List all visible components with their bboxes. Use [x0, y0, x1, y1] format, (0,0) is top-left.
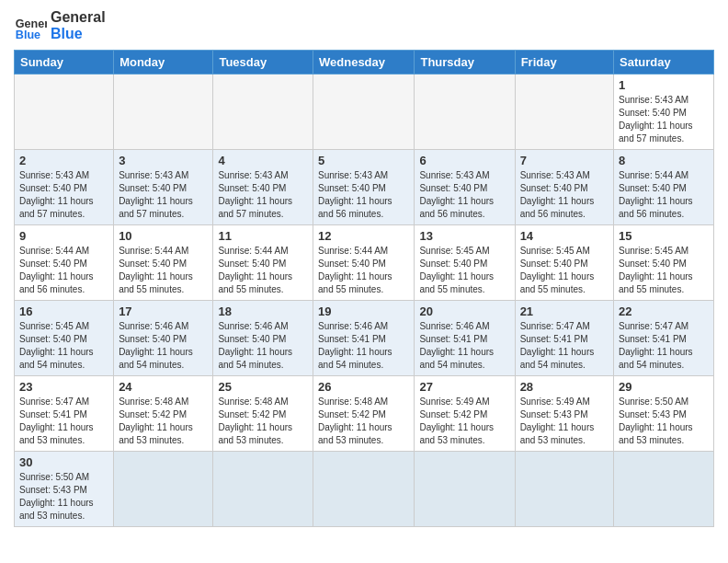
calendar-cell: 27Sunrise: 5:49 AM Sunset: 5:42 PM Dayli… — [415, 376, 515, 452]
day-info: Sunrise: 5:44 AM Sunset: 5:40 PM Dayligh… — [619, 169, 709, 221]
day-number: 11 — [218, 229, 308, 243]
day-number: 3 — [119, 154, 208, 167]
day-info: Sunrise: 5:47 AM Sunset: 5:41 PM Dayligh… — [520, 320, 609, 372]
day-number: 23 — [19, 380, 108, 394]
day-info: Sunrise: 5:46 AM Sunset: 5:40 PM Dayligh… — [218, 320, 308, 372]
logo: General Blue General Blue — [14, 9, 106, 42]
calendar-cell: 8Sunrise: 5:44 AM Sunset: 5:40 PM Daylig… — [614, 150, 714, 225]
calendar-cell: 21Sunrise: 5:47 AM Sunset: 5:41 PM Dayli… — [515, 301, 613, 376]
day-info: Sunrise: 5:50 AM Sunset: 5:43 PM Dayligh… — [19, 471, 108, 523]
calendar-cell: 29Sunrise: 5:50 AM Sunset: 5:43 PM Dayli… — [614, 376, 714, 452]
day-number: 27 — [419, 380, 509, 394]
calendar-cell: 6Sunrise: 5:43 AM Sunset: 5:40 PM Daylig… — [415, 150, 515, 225]
day-info: Sunrise: 5:43 AM Sunset: 5:40 PM Dayligh… — [520, 169, 609, 221]
day-info: Sunrise: 5:44 AM Sunset: 5:40 PM Dayligh… — [318, 245, 409, 296]
day-number: 16 — [19, 304, 108, 318]
day-number: 8 — [619, 154, 709, 167]
day-info: Sunrise: 5:48 AM Sunset: 5:42 PM Dayligh… — [218, 396, 308, 447]
calendar-cell: 7Sunrise: 5:43 AM Sunset: 5:40 PM Daylig… — [515, 150, 613, 225]
day-number: 15 — [619, 229, 709, 243]
day-info: Sunrise: 5:50 AM Sunset: 5:43 PM Dayligh… — [619, 396, 709, 447]
calendar-cell: 9Sunrise: 5:44 AM Sunset: 5:40 PM Daylig… — [15, 225, 114, 301]
day-number: 21 — [520, 304, 609, 318]
day-number: 14 — [520, 229, 609, 243]
calendar-cell: 20Sunrise: 5:46 AM Sunset: 5:41 PM Dayli… — [415, 301, 515, 376]
day-info: Sunrise: 5:45 AM Sunset: 5:40 PM Dayligh… — [619, 245, 709, 296]
day-info: Sunrise: 5:43 AM Sunset: 5:40 PM Dayligh… — [318, 169, 409, 221]
calendar-week-5: 23Sunrise: 5:47 AM Sunset: 5:41 PM Dayli… — [15, 376, 714, 452]
calendar-cell: 30Sunrise: 5:50 AM Sunset: 5:43 PM Dayli… — [15, 452, 114, 527]
calendar-cell: 5Sunrise: 5:43 AM Sunset: 5:40 PM Daylig… — [313, 150, 415, 225]
day-number: 17 — [119, 304, 208, 318]
day-info: Sunrise: 5:49 AM Sunset: 5:43 PM Dayligh… — [520, 396, 609, 447]
day-number: 7 — [520, 154, 609, 167]
day-info: Sunrise: 5:46 AM Sunset: 5:41 PM Dayligh… — [419, 320, 509, 372]
calendar-cell — [114, 75, 213, 150]
calendar-cell — [415, 75, 515, 150]
calendar-cell: 4Sunrise: 5:43 AM Sunset: 5:40 PM Daylig… — [213, 150, 313, 225]
day-info: Sunrise: 5:47 AM Sunset: 5:41 PM Dayligh… — [19, 396, 108, 447]
logo-icon: General Blue — [14, 9, 47, 42]
day-number: 25 — [218, 380, 308, 394]
calendar-week-1: 1Sunrise: 5:43 AM Sunset: 5:40 PM Daylig… — [15, 75, 714, 150]
calendar-cell — [415, 452, 515, 527]
calendar-cell: 13Sunrise: 5:45 AM Sunset: 5:40 PM Dayli… — [415, 225, 515, 301]
day-number: 13 — [419, 229, 509, 243]
day-number: 26 — [318, 380, 409, 394]
calendar-cell: 26Sunrise: 5:48 AM Sunset: 5:42 PM Dayli… — [313, 376, 415, 452]
col-header-saturday: Saturday — [614, 51, 714, 75]
day-number: 10 — [119, 229, 208, 243]
day-info: Sunrise: 5:44 AM Sunset: 5:40 PM Dayligh… — [218, 245, 308, 296]
calendar-cell: 16Sunrise: 5:45 AM Sunset: 5:40 PM Dayli… — [15, 301, 114, 376]
calendar-cell: 25Sunrise: 5:48 AM Sunset: 5:42 PM Dayli… — [213, 376, 313, 452]
calendar-cell — [313, 75, 415, 150]
day-info: Sunrise: 5:46 AM Sunset: 5:40 PM Dayligh… — [119, 320, 208, 372]
day-number: 28 — [520, 380, 609, 394]
calendar-cell: 3Sunrise: 5:43 AM Sunset: 5:40 PM Daylig… — [114, 150, 213, 225]
day-info: Sunrise: 5:43 AM Sunset: 5:40 PM Dayligh… — [419, 169, 509, 221]
day-info: Sunrise: 5:44 AM Sunset: 5:40 PM Dayligh… — [119, 245, 208, 296]
day-info: Sunrise: 5:49 AM Sunset: 5:42 PM Dayligh… — [419, 396, 509, 447]
calendar-cell: 11Sunrise: 5:44 AM Sunset: 5:40 PM Dayli… — [213, 225, 313, 301]
calendar-cell — [15, 75, 114, 150]
day-number: 4 — [218, 154, 308, 167]
calendar-cell — [213, 75, 313, 150]
col-header-tuesday: Tuesday — [213, 51, 313, 75]
day-number: 12 — [318, 229, 409, 243]
calendar-cell: 18Sunrise: 5:46 AM Sunset: 5:40 PM Dayli… — [213, 301, 313, 376]
day-number: 24 — [119, 380, 208, 394]
day-number: 29 — [619, 380, 709, 394]
day-info: Sunrise: 5:45 AM Sunset: 5:40 PM Dayligh… — [19, 320, 108, 372]
day-info: Sunrise: 5:45 AM Sunset: 5:40 PM Dayligh… — [419, 245, 509, 296]
calendar-cell — [614, 452, 714, 527]
calendar-week-6: 30Sunrise: 5:50 AM Sunset: 5:43 PM Dayli… — [15, 452, 714, 527]
day-number: 2 — [19, 154, 108, 167]
day-info: Sunrise: 5:43 AM Sunset: 5:40 PM Dayligh… — [619, 94, 709, 145]
calendar-cell: 24Sunrise: 5:48 AM Sunset: 5:42 PM Dayli… — [114, 376, 213, 452]
day-info: Sunrise: 5:43 AM Sunset: 5:40 PM Dayligh… — [119, 169, 208, 221]
day-info: Sunrise: 5:48 AM Sunset: 5:42 PM Dayligh… — [119, 396, 208, 447]
col-header-wednesday: Wednesday — [313, 51, 415, 75]
calendar-cell: 12Sunrise: 5:44 AM Sunset: 5:40 PM Dayli… — [313, 225, 415, 301]
calendar-cell — [515, 452, 613, 527]
day-number: 22 — [619, 304, 709, 318]
day-info: Sunrise: 5:43 AM Sunset: 5:40 PM Dayligh… — [218, 169, 308, 221]
calendar-week-2: 2Sunrise: 5:43 AM Sunset: 5:40 PM Daylig… — [15, 150, 714, 225]
day-info: Sunrise: 5:43 AM Sunset: 5:40 PM Dayligh… — [19, 169, 108, 221]
calendar-table: SundayMondayTuesdayWednesdayThursdayFrid… — [14, 50, 714, 527]
day-number: 9 — [19, 229, 108, 243]
calendar-cell: 10Sunrise: 5:44 AM Sunset: 5:40 PM Dayli… — [114, 225, 213, 301]
calendar-cell: 23Sunrise: 5:47 AM Sunset: 5:41 PM Dayli… — [15, 376, 114, 452]
day-number: 5 — [318, 154, 409, 167]
calendar-cell: 2Sunrise: 5:43 AM Sunset: 5:40 PM Daylig… — [15, 150, 114, 225]
day-number: 6 — [419, 154, 509, 167]
day-number: 1 — [619, 78, 709, 92]
calendar-header-row: SundayMondayTuesdayWednesdayThursdayFrid… — [15, 51, 714, 75]
page-header: General Blue General Blue — [14, 9, 714, 42]
calendar-cell: 22Sunrise: 5:47 AM Sunset: 5:41 PM Dayli… — [614, 301, 714, 376]
calendar-cell: 1Sunrise: 5:43 AM Sunset: 5:40 PM Daylig… — [614, 75, 714, 150]
col-header-monday: Monday — [114, 51, 213, 75]
col-header-sunday: Sunday — [15, 51, 114, 75]
day-number: 20 — [419, 304, 509, 318]
day-number: 18 — [218, 304, 308, 318]
